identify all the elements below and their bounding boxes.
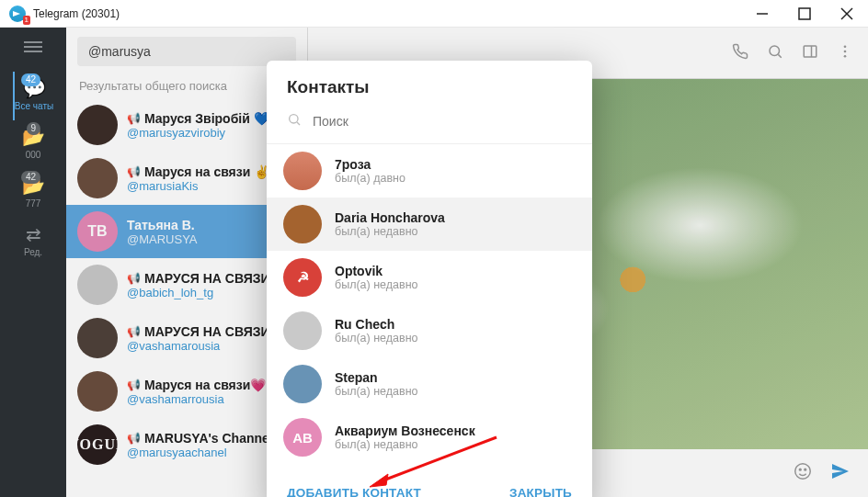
rail-label: 777 [13, 198, 53, 209]
modal-search-input[interactable] [313, 114, 572, 129]
close-modal-button[interactable]: ЗАКРЫТЬ [509, 486, 572, 497]
window-title: Telegram (20301) [33, 7, 120, 20]
contact-name: Daria Honcharova [335, 210, 445, 225]
contact-status: был(а) недавно [335, 385, 418, 398]
telegram-icon: 1 [9, 6, 26, 22]
contact-status: был(а) недавно [335, 225, 445, 238]
rail-item-0[interactable]: 42💬Все чаты [13, 72, 53, 120]
contact-row-2[interactable]: ☭Optovikбыл(а) недавно [267, 251, 592, 304]
contact-row-5[interactable]: АВАквариум Вознесенскбыл(а) недавно [267, 411, 592, 464]
rail-item-1[interactable]: 9📂000 [13, 120, 53, 169]
rail-icon: ⇄ [13, 223, 53, 245]
contact-name: Optovik [335, 264, 418, 278]
contact-name: Stepan [335, 370, 418, 385]
app-badge: 1 [23, 16, 30, 25]
modal-search-row [267, 107, 592, 144]
avatar [283, 205, 322, 243]
rail-item-3[interactable]: ⇄Ред. [13, 218, 53, 266]
rail-badge: 9 [27, 122, 41, 135]
rail-badge: 42 [21, 171, 40, 184]
contact-status: был(а) недавно [335, 438, 475, 451]
contacts-modal: Контакты 7розабыл(а) давноDaria Honcharo… [267, 61, 592, 497]
add-contact-button[interactable]: ДОБАВИТЬ КОНТАКТ [287, 486, 421, 497]
contact-name: 7роза [335, 157, 405, 172]
contact-row-0[interactable]: 7розабыл(а) давно [267, 144, 592, 198]
rail-label: Все чаты [15, 101, 53, 111]
avatar: ☭ [283, 258, 322, 297]
modal-title: Контакты [267, 61, 592, 107]
svg-point-14 [290, 115, 298, 123]
contact-row-4[interactable]: Stepanбыл(а) недавно [267, 357, 592, 411]
contacts-list[interactable]: 7розабыл(а) давноDaria Honcharovaбыл(а) … [267, 144, 592, 473]
minimize-button[interactable] [741, 0, 783, 28]
avatar [283, 311, 322, 350]
menu-icon[interactable] [24, 39, 42, 55]
avatar [283, 365, 322, 403]
maximize-button[interactable] [783, 0, 826, 28]
contact-name: Аквариум Вознесенск [335, 424, 475, 438]
rail-item-2[interactable]: 42📂777 [13, 169, 53, 218]
rail-label: Ред. [13, 247, 53, 257]
left-rail: 42💬Все чаты9📂00042📂777⇄Ред. [0, 28, 66, 497]
contact-row-1[interactable]: Daria Honcharovaбыл(а) недавно [267, 198, 592, 251]
modal-footer: ДОБАВИТЬ КОНТАКТ ЗАКРЫТЬ [267, 473, 592, 497]
search-icon [287, 112, 302, 130]
titlebar: 1 Telegram (20301) [0, 0, 868, 28]
avatar [283, 152, 322, 190]
contact-status: был(а) давно [335, 172, 405, 185]
contact-status: был(а) недавно [335, 332, 418, 345]
rail-label: 000 [13, 150, 53, 160]
contact-name: Ru Chech [335, 317, 418, 332]
contact-status: был(а) недавно [335, 278, 418, 291]
svg-line-15 [297, 122, 300, 125]
close-button[interactable] [826, 0, 868, 28]
rail-badge: 42 [21, 73, 40, 86]
svg-rect-1 [799, 8, 810, 19]
avatar: АВ [283, 418, 322, 457]
contact-row-3[interactable]: Ru Chechбыл(а) недавно [267, 304, 592, 357]
